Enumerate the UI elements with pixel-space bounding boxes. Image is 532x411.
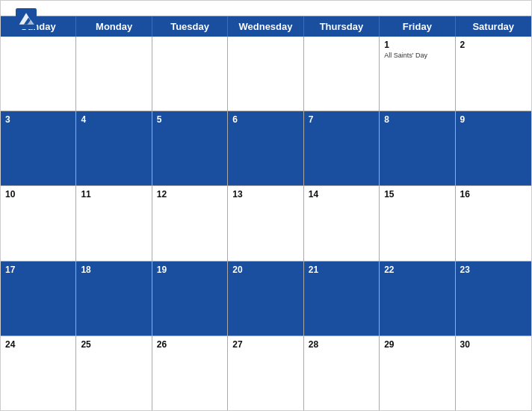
day-cell: 5: [152, 111, 228, 185]
day-cell: [152, 37, 228, 111]
day-cell: 18: [76, 262, 152, 336]
day-cell: 3: [1, 111, 76, 185]
day-number: 4: [81, 114, 146, 125]
day-number: 14: [309, 189, 374, 200]
day-cell: [1, 37, 76, 111]
logo: [16, 8, 40, 29]
day-number: 1: [384, 40, 450, 50]
day-cell: 15: [380, 186, 455, 260]
day-cell: 13: [228, 186, 303, 260]
day-number: 18: [81, 265, 146, 275]
day-number: 17: [5, 265, 71, 275]
day-cell: 22: [380, 262, 455, 336]
day-cell: 10: [1, 186, 76, 260]
day-number: 8: [384, 114, 450, 125]
day-cell: 6: [228, 111, 303, 185]
day-number: 30: [460, 339, 527, 350]
day-cell: 30: [456, 336, 531, 410]
day-cell: 25: [76, 336, 152, 410]
day-cell: [76, 37, 152, 111]
day-cell: 24: [1, 336, 76, 410]
day-header-thursday: Thursday: [304, 16, 380, 37]
day-header-friday: Friday: [380, 16, 455, 37]
day-number: 6: [232, 114, 298, 125]
day-header-monday: Monday: [76, 16, 152, 37]
day-number: 26: [157, 339, 223, 350]
week-row-1: 3456789: [1, 111, 531, 186]
day-number: 3: [5, 114, 71, 125]
logo-icon: [16, 8, 37, 29]
day-cell: [228, 37, 303, 111]
day-header-wednesday: Wednesday: [228, 16, 303, 37]
day-cell: 9: [456, 111, 531, 185]
day-number: 28: [309, 339, 374, 350]
day-cell: 19: [152, 262, 228, 336]
day-cell: 2: [456, 37, 531, 111]
day-number: 16: [460, 189, 527, 200]
day-number: 7: [309, 114, 374, 125]
day-number: 2: [460, 40, 527, 50]
day-number: 24: [5, 339, 71, 350]
day-cell: 1All Saints' Day: [380, 37, 455, 111]
day-number: 13: [232, 189, 298, 200]
day-number: 10: [5, 189, 71, 200]
day-number: 22: [384, 265, 450, 275]
day-cell: 17: [1, 262, 76, 336]
day-cell: 8: [380, 111, 455, 185]
day-cell: 21: [304, 262, 380, 336]
day-header-saturday: Saturday: [456, 16, 531, 37]
day-cell: [304, 37, 380, 111]
day-number: 29: [384, 339, 450, 350]
day-header-tuesday: Tuesday: [152, 16, 228, 37]
day-cell: 29: [380, 336, 455, 410]
week-row-0: 1All Saints' Day2: [1, 37, 531, 111]
day-headers-row: SundayMondayTuesdayWednesdayThursdayFrid…: [1, 16, 531, 37]
day-number: 9: [460, 114, 527, 125]
day-number: 11: [81, 189, 146, 200]
event-label: All Saints' Day: [384, 52, 450, 59]
day-number: 25: [81, 339, 146, 350]
calendar-header: [1, 1, 531, 16]
day-cell: 12: [152, 186, 228, 260]
week-row-4: 24252627282930: [1, 336, 531, 410]
day-cell: 27: [228, 336, 303, 410]
day-cell: 23: [456, 262, 531, 336]
day-number: 12: [157, 189, 223, 200]
day-cell: 4: [76, 111, 152, 185]
day-cell: 26: [152, 336, 228, 410]
calendar-container: SundayMondayTuesdayWednesdayThursdayFrid…: [0, 0, 532, 411]
weeks-container: 1All Saints' Day234567891011121314151617…: [1, 37, 531, 410]
day-cell: 28: [304, 336, 380, 410]
day-number: 21: [309, 265, 374, 275]
day-cell: 16: [456, 186, 531, 260]
week-row-3: 17181920212223: [1, 262, 531, 336]
day-number: 20: [232, 265, 298, 275]
day-cell: 14: [304, 186, 380, 260]
day-number: 15: [384, 189, 450, 200]
day-cell: 20: [228, 262, 303, 336]
calendar-grid: SundayMondayTuesdayWednesdayThursdayFrid…: [1, 16, 531, 410]
week-row-2: 10111213141516: [1, 186, 531, 261]
day-number: 23: [460, 265, 527, 275]
day-cell: 7: [304, 111, 380, 185]
day-number: 27: [232, 339, 298, 350]
day-number: 5: [157, 114, 223, 125]
day-number: 19: [157, 265, 223, 275]
day-cell: 11: [76, 186, 152, 260]
